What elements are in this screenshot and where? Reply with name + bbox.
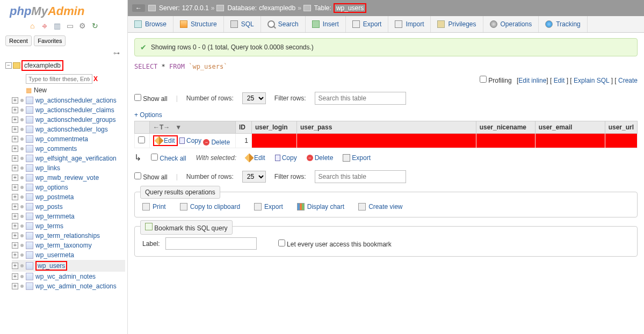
back-icon[interactable]: ← bbox=[132, 4, 145, 12]
expand-table-icon[interactable]: + bbox=[12, 242, 18, 249]
expand-table-icon[interactable]: + bbox=[12, 184, 18, 191]
showall-toggle-b[interactable]: Show all bbox=[134, 172, 168, 181]
home-icon[interactable]: ⌂ bbox=[28, 21, 37, 30]
expand-table-icon[interactable]: + bbox=[12, 155, 18, 162]
tab-export[interactable]: Export bbox=[346, 16, 389, 32]
create-link[interactable]: Create bbox=[618, 77, 638, 84]
create-view-link[interactable]: Create view bbox=[358, 203, 402, 210]
explain-sql-link[interactable]: Explain SQL bbox=[574, 77, 609, 84]
th-user-email[interactable]: user_email bbox=[535, 121, 605, 134]
options-link[interactable]: + Options bbox=[134, 111, 162, 119]
logo[interactable]: phpMyAdmin bbox=[0, 0, 127, 20]
recent-button[interactable]: Recent bbox=[5, 35, 32, 46]
tab-privileges[interactable]: Privileges bbox=[431, 16, 483, 32]
sidebar-table-row[interactable]: +wp_usermeta bbox=[12, 250, 125, 260]
table-name[interactable]: wp_comments bbox=[35, 145, 77, 153]
showall-toggle[interactable]: Show all bbox=[134, 94, 168, 103]
expand-table-icon[interactable]: + bbox=[12, 273, 18, 280]
edit-query-link[interactable]: Edit bbox=[554, 77, 565, 84]
expand-table-icon[interactable]: + bbox=[12, 117, 18, 123]
expand-table-icon[interactable]: + bbox=[12, 252, 18, 258]
bkm-every-checkbox[interactable] bbox=[278, 239, 285, 246]
db-name[interactable]: cfexampledb bbox=[24, 62, 61, 69]
export-results-link[interactable]: Export bbox=[254, 203, 283, 210]
th-user-login[interactable]: user_login bbox=[252, 121, 297, 134]
table-name[interactable]: wp_wc_admin_notes bbox=[35, 273, 96, 280]
filterrows-input[interactable] bbox=[315, 92, 406, 105]
sql-icon[interactable]: ▥ bbox=[53, 21, 62, 30]
table-name[interactable]: wp_term_taxonomy bbox=[35, 242, 92, 249]
settings-icon[interactable]: ⚙ bbox=[78, 21, 87, 30]
copy-clipboard-link[interactable]: Copy to clipboard bbox=[180, 203, 240, 210]
sidebar-table-row[interactable]: +wp_comments bbox=[12, 144, 125, 154]
exit-icon[interactable]: ⎆ bbox=[40, 21, 49, 30]
new-table-link[interactable]: ▦New bbox=[2, 85, 125, 96]
table-name[interactable]: wp_users bbox=[38, 262, 65, 270]
collapse-db-icon[interactable]: − bbox=[5, 62, 12, 69]
th-id[interactable]: ID bbox=[236, 121, 252, 134]
expand-table-icon[interactable]: + bbox=[12, 213, 18, 220]
print-link[interactable]: Print bbox=[142, 203, 166, 210]
checkall-checkbox[interactable] bbox=[151, 154, 158, 161]
sidebar-table-row[interactable]: +wp_term_relationships bbox=[12, 231, 125, 241]
sidebar-table-row[interactable]: +wp_terms bbox=[12, 221, 125, 231]
expand-table-icon[interactable]: + bbox=[12, 223, 18, 229]
sidebar-table-row[interactable]: +wp_mwb_review_vote bbox=[12, 173, 125, 183]
expand-table-icon[interactable]: + bbox=[12, 126, 18, 133]
crumb-db[interactable]: cfexampledb bbox=[259, 4, 295, 12]
tab-structure[interactable]: Structure bbox=[173, 16, 224, 32]
collapse-icon[interactable]: ⊶ bbox=[0, 49, 127, 59]
table-name[interactable]: wp_wc_admin_note_actions bbox=[35, 282, 117, 290]
expand-table-icon[interactable]: + bbox=[12, 165, 18, 171]
table-name[interactable]: wp_elfsight_age_verification bbox=[35, 155, 117, 162]
sidebar-table-row[interactable]: +wp_wc_admin_note_actions bbox=[12, 281, 125, 291]
table-name[interactable]: wp_posts bbox=[35, 203, 63, 210]
tab-operations[interactable]: Operations bbox=[483, 16, 539, 32]
sidebar-table-row[interactable]: +wp_postmeta bbox=[12, 192, 125, 202]
table-name[interactable]: wp_commentmeta bbox=[35, 135, 88, 143]
filterrows-input-b[interactable] bbox=[315, 170, 406, 183]
numrows-select[interactable]: 25 bbox=[242, 92, 266, 104]
reload-icon[interactable]: ↻ bbox=[91, 21, 99, 30]
expand-table-icon[interactable]: + bbox=[12, 136, 18, 142]
table-name[interactable]: wp_terms bbox=[35, 222, 63, 230]
th-user-url[interactable]: user_url bbox=[605, 121, 637, 134]
table-name[interactable]: wp_actionscheduler_actions bbox=[35, 97, 117, 104]
row-checkbox[interactable] bbox=[138, 136, 145, 143]
sidebar-table-row[interactable]: +wp_wc_admin_notes bbox=[12, 272, 125, 281]
tab-sql[interactable]: SQL bbox=[224, 16, 261, 32]
sidebar-table-row[interactable]: +wp_options bbox=[12, 183, 125, 192]
sidebar-table-row[interactable]: +wp_posts bbox=[12, 202, 125, 212]
bkm-every-toggle[interactable]: Let every user access this bookmark bbox=[278, 239, 392, 248]
tab-search[interactable]: Search bbox=[261, 16, 306, 32]
favorites-button[interactable]: Favorites bbox=[34, 35, 66, 46]
showall-checkbox[interactable] bbox=[134, 94, 141, 101]
expand-table-icon[interactable]: + bbox=[12, 233, 18, 239]
table-filter-input[interactable] bbox=[26, 74, 92, 84]
sidebar-table-row[interactable]: +wp_users bbox=[12, 260, 125, 272]
expand-table-icon[interactable]: + bbox=[12, 283, 18, 289]
expand-table-icon[interactable]: + bbox=[12, 194, 18, 200]
sidebar-table-row[interactable]: +wp_commentmeta bbox=[12, 134, 125, 144]
tab-browse[interactable]: Browse bbox=[128, 16, 173, 32]
sidebar-table-row[interactable]: +wp_actionscheduler_logs bbox=[12, 125, 125, 134]
bkm-label-input[interactable] bbox=[165, 237, 257, 250]
th-actions[interactable]: ←T→ ▼ bbox=[150, 121, 236, 134]
db-root[interactable]: − cfexampledb bbox=[2, 59, 125, 73]
batch-copy-link[interactable]: Copy bbox=[275, 154, 297, 162]
table-name[interactable]: wp_actionscheduler_groups bbox=[35, 116, 115, 124]
th-user-nicename[interactable]: user_nicename bbox=[476, 121, 535, 134]
clear-filter-icon[interactable]: X bbox=[93, 75, 98, 83]
batch-edit-link[interactable]: Edit bbox=[246, 154, 265, 162]
delete-row-link[interactable]: −Delete bbox=[203, 139, 230, 146]
tab-import[interactable]: Import bbox=[388, 16, 431, 32]
table-name[interactable]: wp_options bbox=[35, 184, 68, 191]
table-name[interactable]: wp_links bbox=[35, 164, 60, 172]
sidebar-table-row[interactable]: +wp_elfsight_age_verification bbox=[12, 154, 125, 163]
expand-table-icon[interactable]: + bbox=[12, 146, 18, 152]
sidebar-table-row[interactable]: +wp_termmeta bbox=[12, 212, 125, 221]
expand-table-icon[interactable]: + bbox=[12, 204, 18, 210]
sidebar-table-row[interactable]: +wp_actionscheduler_actions bbox=[12, 96, 125, 105]
display-chart-link[interactable]: Display chart bbox=[297, 203, 344, 210]
crumb-server[interactable]: 127.0.0.1 bbox=[182, 4, 209, 12]
